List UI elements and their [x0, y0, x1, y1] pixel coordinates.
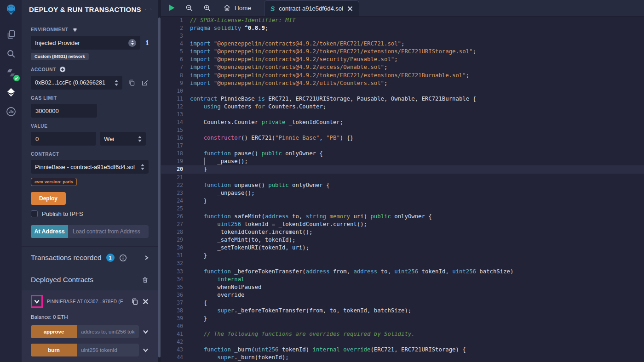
environment-info-icon[interactable]: i [146, 39, 149, 47]
close-tab-icon[interactable] [347, 6, 353, 11]
code-line[interactable]: 1// SPDX-License-Identifier: MIT [161, 17, 644, 24]
code-line[interactable]: 12 using Counters for Counters.Counter; [161, 103, 644, 111]
plug-icon[interactable] [72, 26, 78, 33]
code-text[interactable]: import "@openzeppelin/contracts@4.9.2/ut… [183, 79, 387, 87]
code-line[interactable]: 3 [161, 32, 644, 40]
file-explorer-icon[interactable] [5, 28, 17, 40]
code-text[interactable]: function unpause() public onlyOwner { [183, 181, 330, 189]
code-text[interactable] [183, 32, 190, 40]
at-address-button[interactable]: At Address [31, 225, 68, 238]
tab-home[interactable]: Home [223, 0, 251, 16]
code-line[interactable]: 19 _pause(); [161, 158, 644, 165]
code-text[interactable]: // SPDX-License-Identifier: MIT [183, 17, 296, 24]
code-line[interactable]: 42 [161, 338, 644, 346]
code-text[interactable]: _safeMint(to, tokenId); [183, 236, 296, 244]
code-line[interactable]: 9import "@openzeppelin/contracts@4.9.2/u… [161, 79, 644, 87]
panel-scrollbar[interactable] [158, 17, 161, 357]
approve-function-button[interactable]: approve [31, 325, 77, 338]
transactions-info-icon[interactable] [119, 254, 127, 262]
code-text[interactable] [183, 260, 190, 267]
code-text[interactable]: function pause() public onlyOwner { [183, 150, 323, 158]
burn-params-input[interactable] [77, 344, 139, 356]
code-line[interactable]: 43 function _burn(uint256 tokenId) inter… [161, 346, 644, 354]
transactions-expand-chevron-icon[interactable] [144, 255, 149, 260]
deploy-run-icon[interactable] [5, 86, 17, 98]
code-line[interactable]: 39 } [161, 315, 644, 322]
code-text[interactable]: import "@openzeppelin/contracts@4.9.2/ac… [183, 63, 387, 71]
burn-function-button[interactable]: burn [31, 344, 77, 356]
code-line[interactable]: 34 internal [161, 276, 644, 283]
code-line[interactable]: 36 override [161, 291, 644, 299]
code-line[interactable]: 8import "@openzeppelin/contracts@4.9.2/t… [161, 72, 644, 79]
code-line[interactable]: 37 { [161, 299, 644, 307]
code-text[interactable]: super._burn(tokenId); [183, 354, 289, 362]
chevron-down-icon[interactable] [143, 348, 149, 352]
code-line[interactable]: 40 [161, 322, 644, 330]
code-text[interactable]: { [183, 299, 207, 307]
panel-pin-chevron-icon[interactable] [150, 6, 151, 12]
code-line[interactable]: 23 _unpause(); [161, 189, 644, 197]
solidity-compiler-icon[interactable] [5, 67, 17, 79]
code-text[interactable]: _pause(); [183, 158, 248, 165]
code-line[interactable]: 32 [161, 260, 644, 267]
code-text[interactable] [183, 174, 190, 181]
remix-logo-icon[interactable] [5, 4, 17, 16]
code-line[interactable]: 2pragma solidity ^0.8.9; [161, 24, 644, 32]
code-line[interactable]: 35 whenNotPaused [161, 283, 644, 291]
code-text[interactable]: _tokenIdCounter.increment(); [183, 228, 313, 236]
code-text[interactable] [183, 111, 190, 119]
code-text[interactable]: // The following functions are overrides… [183, 330, 415, 338]
add-account-icon[interactable] [59, 66, 66, 73]
publish-ipfs-checkbox[interactable] [31, 210, 38, 217]
code-line[interactable]: 17 [161, 142, 644, 150]
at-address-input[interactable] [68, 225, 149, 238]
code-text[interactable]: } [183, 165, 207, 173]
code-line[interactable]: 4import "@openzeppelin/contracts@4.9.2/t… [161, 40, 644, 48]
code-line[interactable]: 6import "@openzeppelin/contracts@4.9.2/s… [161, 56, 644, 63]
code-text[interactable]: _unpause(); [183, 189, 255, 197]
code-text[interactable]: constructor() ERC721("Pinnie Base", "PB"… [183, 134, 353, 142]
code-text[interactable]: super._beforeTokenTransfer(from, to, tok… [183, 307, 411, 315]
copy-account-icon[interactable] [128, 79, 135, 86]
code-text[interactable]: import "@openzeppelin/contracts@4.9.2/to… [183, 40, 404, 48]
code-text[interactable] [183, 338, 190, 346]
copy-contract-address-icon[interactable] [131, 298, 138, 305]
code-text[interactable]: whenNotPaused [183, 283, 261, 291]
code-line[interactable]: 38 super._beforeTokenTransfer(from, to, … [161, 307, 644, 315]
code-text[interactable]: override [183, 291, 244, 299]
code-line[interactable]: 13 [161, 111, 644, 119]
code-text[interactable]: internal [183, 276, 244, 283]
code-line[interactable]: 31 } [161, 252, 644, 260]
code-text[interactable]: function _burn(uint256 tokenId) internal… [183, 346, 466, 354]
edit-account-icon[interactable] [141, 79, 149, 86]
code-text[interactable]: } [183, 252, 207, 260]
code-text[interactable]: Counters.Counter private _tokenIdCounter… [183, 119, 343, 126]
code-line[interactable]: 14 Counters.Counter private _tokenIdCoun… [161, 119, 644, 126]
code-line[interactable]: 16 constructor() ERC721("Pinnie Base", "… [161, 134, 644, 142]
code-text[interactable]: pragma solidity ^0.8.9; [183, 24, 268, 32]
code-line[interactable]: 10 [161, 87, 644, 95]
code-text[interactable]: import "@openzeppelin/contracts@4.9.2/to… [183, 72, 469, 79]
code-line[interactable]: 15 [161, 126, 644, 134]
code-text[interactable]: import "@openzeppelin/contracts@4.9.2/to… [183, 48, 476, 56]
code-text[interactable] [183, 322, 190, 330]
account-select[interactable]: 0xB02...1ccFc (0.06266281 [31, 76, 122, 90]
code-text[interactable]: contract PinnieBase is ERC721, ERC721URI… [183, 95, 476, 103]
value-unit-select[interactable]: Wei [100, 132, 146, 146]
code-line[interactable]: 41 // The following functions are overri… [161, 330, 644, 338]
code-text[interactable] [183, 126, 190, 134]
code-line[interactable]: 27 uint256 tokenId = _tokenIdCounter.cur… [161, 221, 644, 228]
code-line[interactable]: 30 _setTokenURI(tokenId, uri); [161, 244, 644, 252]
gas-limit-input[interactable] [31, 104, 97, 118]
approve-params-input[interactable] [77, 325, 139, 338]
environment-select[interactable]: Injected Provider [31, 36, 140, 50]
code-line[interactable]: 24 } [161, 197, 644, 205]
chevron-down-icon[interactable] [34, 300, 40, 304]
tab-contract-file[interactable]: S contract-a91e5df6d4.sol [264, 0, 359, 16]
code-line[interactable]: 20 } [161, 165, 644, 173]
code-text[interactable]: function _beforeTokenTransfer(address fr… [183, 268, 513, 276]
code-line[interactable]: 28 _tokenIdCounter.increment(); [161, 228, 644, 236]
code-line[interactable]: 22 function unpause() public onlyOwner { [161, 181, 644, 189]
code-line[interactable]: 11contract PinnieBase is ERC721, ERC721U… [161, 95, 644, 103]
code-text[interactable]: _setTokenURI(tokenId, uri); [183, 244, 309, 252]
